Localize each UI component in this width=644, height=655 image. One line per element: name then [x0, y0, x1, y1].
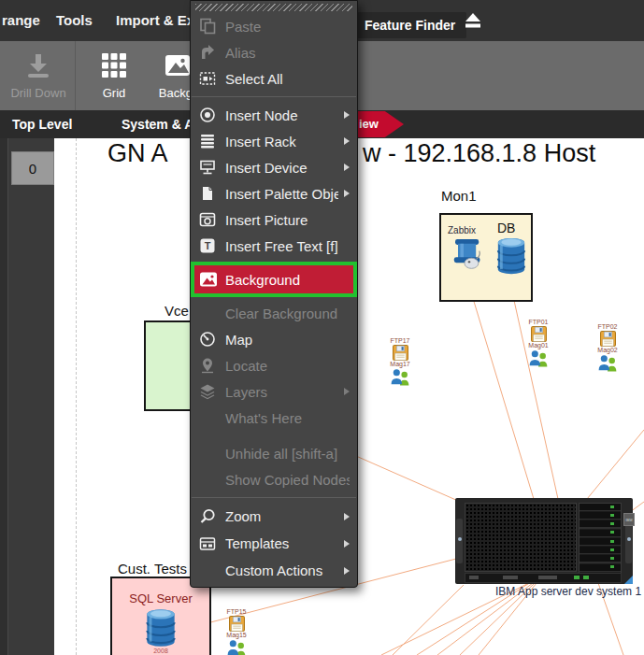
background-menu-icon: [199, 270, 218, 289]
left-sidebar: 0: [0, 138, 54, 655]
submenu-arrow-icon: [344, 540, 350, 548]
map-compass-icon: [198, 330, 217, 349]
floppy-icon: [531, 326, 547, 342]
feature-finder-button[interactable]: Feature Finder: [353, 12, 466, 38]
context-menu: Paste Alias Select All Insert Node Inser…: [190, 0, 358, 588]
submenu-arrow-icon: [344, 137, 350, 145]
node-label-sql-server[interactable]: SQL Server: [112, 591, 209, 605]
map-title-right-fragment: w - 192.168.1.8 Host: [363, 139, 595, 168]
menu-item-show-copied-nodes: Show Copied Nodes: [191, 466, 357, 492]
zoom-level-box[interactable]: 0: [11, 151, 54, 185]
menu-item-zoom[interactable]: Zoom: [191, 503, 357, 530]
node-mag-label: Mag17: [390, 361, 409, 368]
menu-scroll-up-indicator[interactable]: [195, 4, 352, 11]
group-box-cust-tests[interactable]: SQL Server 2008: [110, 577, 211, 655]
svg-text:T: T: [205, 240, 211, 251]
floppy-icon: [600, 331, 616, 347]
menubar-item-arrange[interactable]: range: [2, 0, 40, 41]
node-name: FTP02: [597, 323, 617, 331]
insert-node-icon: [198, 106, 217, 124]
group-label-cust-tests[interactable]: Cust. Tests: [118, 561, 187, 577]
menu-item-select-all[interactable]: Select All: [191, 65, 357, 92]
server-drive-bays: [579, 503, 622, 574]
users-icon: [390, 368, 411, 386]
node-ftp01[interactable]: FTP01 Mag01: [518, 319, 559, 367]
menu-item-locate: Locate: [191, 352, 357, 378]
server-selection-handle: [624, 576, 633, 584]
menu-item-whats-here: What's Here: [191, 405, 357, 431]
sql-server-version: 2008: [112, 648, 209, 654]
node-label-db[interactable]: DB: [497, 221, 515, 235]
server-left-ear: [456, 519, 463, 563]
insert-palette-object-icon: [198, 184, 217, 203]
submenu-arrow-icon: [344, 513, 350, 520]
menu-item-alias: Alias: [191, 39, 357, 65]
menubar-item-tools[interactable]: Tools: [56, 0, 93, 41]
users-icon: [226, 639, 248, 655]
menu-item-unhide-all: Unhide all [shift-a]: [191, 440, 357, 466]
templates-icon: [198, 534, 217, 553]
server-bottom-panel: [465, 573, 622, 583]
menu-gap: [191, 431, 357, 440]
database-icon[interactable]: [495, 235, 527, 277]
drill-down-label: Drill Down: [10, 86, 65, 100]
server-led-column: [610, 505, 614, 508]
grid-label: Grid: [103, 86, 126, 100]
eject-icon[interactable]: [463, 10, 483, 31]
node-label-zabbix[interactable]: Zabbix: [448, 225, 476, 235]
users-icon: [528, 349, 550, 367]
tab-top-level[interactable]: Top Level: [12, 110, 72, 138]
menu-item-insert-free-text[interactable]: T Insert Free Text [f]: [191, 233, 357, 259]
insert-rack-icon: [198, 132, 217, 150]
submenu-arrow-icon: [344, 164, 350, 171]
menu-item-templates[interactable]: Templates: [191, 530, 357, 557]
node-mag-label: Mag01: [528, 342, 548, 349]
sql-database-icon[interactable]: [143, 607, 179, 648]
floppy-icon: [393, 345, 408, 361]
menu-item-insert-picture[interactable]: Insert Picture: [191, 206, 357, 233]
submenu-arrow-icon: [344, 567, 350, 575]
drill-down-icon: [23, 50, 53, 80]
server-ibm-tag: IBM: [623, 513, 635, 526]
select-all-icon: [198, 69, 217, 88]
submenu-arrow-icon: [344, 111, 350, 119]
locate-pin-icon: [198, 356, 217, 375]
node-ftp02[interactable]: FTP02 Mag02: [587, 323, 628, 372]
menu-item-custom-actions[interactable]: Custom Actions: [191, 557, 357, 584]
menubar-item-import-export[interactable]: Import & Ex: [116, 0, 194, 41]
menu-item-background[interactable]: Background: [191, 262, 357, 297]
insert-free-text-icon: T: [198, 236, 217, 255]
zabbix-server-icon[interactable]: [450, 236, 483, 270]
menu-item-insert-device[interactable]: Insert Device: [191, 154, 357, 180]
group-box-mon1[interactable]: Zabbix DB: [439, 213, 533, 302]
menu-item-insert-node[interactable]: Insert Node: [191, 102, 357, 128]
server-mesh-panel: [465, 503, 577, 572]
group-label-mon1[interactable]: Mon1: [441, 188, 477, 204]
paste-icon: [198, 17, 217, 36]
menu-item-paste: Paste: [191, 13, 357, 39]
menu-item-clear-background: Clear Background: [191, 300, 357, 326]
users-icon: [597, 354, 619, 372]
grid-button[interactable]: Grid: [84, 47, 144, 105]
menu-separator: [192, 497, 356, 498]
menu-item-map[interactable]: Map: [191, 326, 357, 352]
node-mag-label: Mag02: [597, 347, 617, 354]
server-label[interactable]: IBM App server dev system 1: [495, 585, 641, 598]
node-ftp17[interactable]: FTP17 Mag17: [379, 337, 421, 386]
submenu-arrow-icon: [344, 190, 350, 197]
node-name: FTP17: [390, 337, 409, 345]
floppy-icon: [229, 616, 245, 632]
menu-item-layers: Layers: [191, 378, 357, 405]
menu-item-insert-palette-object[interactable]: Insert Palette Object: [191, 180, 357, 206]
insert-picture-icon: [198, 210, 217, 229]
layers-icon: [198, 382, 217, 401]
sidebar-edge-strip: [0, 138, 8, 655]
menu-item-insert-rack[interactable]: Insert Rack: [191, 128, 357, 154]
ibm-server-image[interactable]: IBM: [455, 498, 633, 584]
node-ftp15[interactable]: FTP15 Mag15: [216, 608, 257, 655]
group-label-vce[interactable]: Vce: [165, 303, 189, 319]
node-name: FTP15: [226, 608, 246, 616]
map-title-left-fragment: GN A: [107, 139, 168, 168]
grid-icon: [99, 50, 129, 80]
menu-separator: [192, 96, 356, 97]
